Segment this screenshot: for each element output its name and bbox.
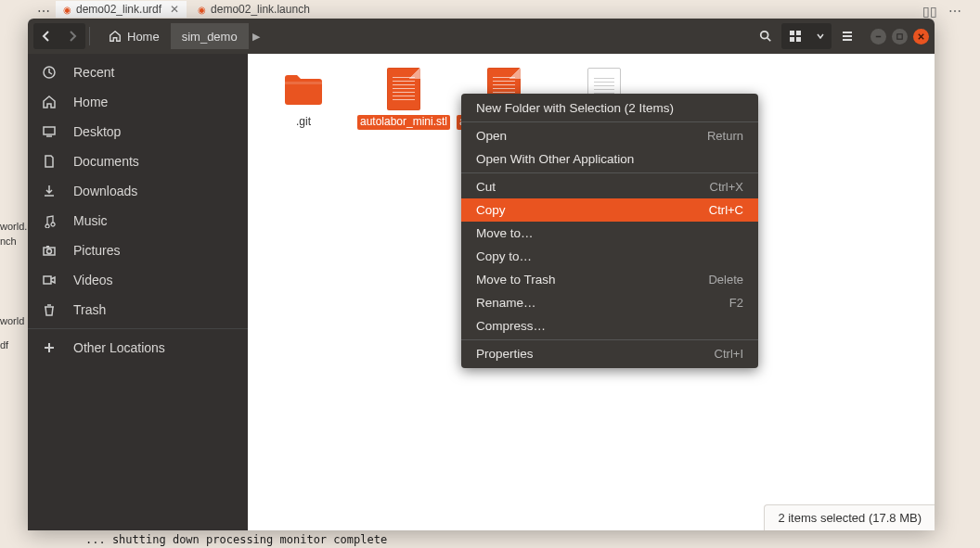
sidebar-item-recent[interactable]: Recent bbox=[28, 57, 248, 87]
svg-rect-4 bbox=[790, 37, 794, 42]
close-button[interactable] bbox=[913, 29, 929, 45]
sidebar-label: Downloads bbox=[73, 184, 137, 198]
ctx-properties[interactable]: PropertiesCtrl+I bbox=[461, 342, 758, 365]
context-menu: New Folder with Selection (2 Items) Open… bbox=[461, 94, 758, 368]
maximize-button[interactable] bbox=[892, 29, 908, 45]
sidebar-item-documents[interactable]: Documents bbox=[28, 147, 248, 176]
ctx-copy-to[interactable]: Copy to… bbox=[461, 245, 758, 268]
clock-icon bbox=[41, 65, 58, 80]
ctx-rename[interactable]: Rename…F2 bbox=[461, 291, 758, 314]
close-icon[interactable]: ✕ bbox=[170, 3, 179, 16]
download-icon bbox=[41, 184, 58, 198]
search-button[interactable] bbox=[752, 23, 780, 49]
search-icon bbox=[759, 30, 772, 43]
sidebar-label: Desktop bbox=[73, 124, 121, 139]
home-icon bbox=[41, 95, 58, 109]
forward-button[interactable] bbox=[59, 23, 85, 49]
grid-icon bbox=[789, 30, 802, 43]
sidebar-label: Home bbox=[73, 95, 108, 109]
view-buttons bbox=[781, 23, 832, 49]
ctx-open[interactable]: OpenReturn bbox=[461, 124, 758, 147]
sidebar-label: Pictures bbox=[73, 243, 121, 258]
dots-icon[interactable]: ⋯ bbox=[948, 4, 961, 19]
status-bar: 2 items selected (17.8 MB) bbox=[764, 504, 935, 530]
sidebar-label: Videos bbox=[73, 273, 113, 287]
sidebar-item-trash[interactable]: Trash bbox=[28, 295, 248, 325]
ctx-open-with[interactable]: Open With Other Application bbox=[461, 147, 758, 171]
ctx-move-trash[interactable]: Move to TrashDelete bbox=[461, 268, 758, 291]
file-item-autolabor-mini[interactable]: autolabor_mini.stl bbox=[367, 67, 441, 130]
svg-rect-10 bbox=[897, 33, 902, 38]
svg-rect-2 bbox=[790, 31, 794, 35]
sidebar-label: Other Locations bbox=[73, 340, 165, 355]
minimize-button[interactable] bbox=[870, 29, 886, 45]
sidebar-label: Documents bbox=[73, 154, 139, 169]
bg-partial-2: nch bbox=[0, 236, 17, 247]
bg-partial-1: world.l bbox=[0, 221, 30, 232]
sidebar-label: Music bbox=[73, 213, 108, 228]
nav-buttons bbox=[33, 23, 85, 49]
path-current-label: sim_demo bbox=[182, 30, 238, 44]
bg-tab-2[interactable]: ◉ demo02_link.launch bbox=[190, 1, 317, 18]
svg-rect-14 bbox=[44, 127, 55, 134]
sidebar-item-desktop[interactable]: Desktop bbox=[28, 117, 248, 147]
sidebar-item-home[interactable]: Home bbox=[28, 87, 248, 117]
file-item-git[interactable]: .git bbox=[266, 67, 341, 130]
editor-right-controls: ▯▯ ⋯ bbox=[922, 4, 961, 19]
ctx-cut[interactable]: CutCtrl+X bbox=[461, 175, 758, 198]
chevron-down-icon bbox=[817, 32, 824, 40]
bg-partial-3: world bbox=[0, 315, 24, 326]
music-icon bbox=[41, 213, 58, 228]
window-controls bbox=[870, 29, 929, 45]
document-icon bbox=[381, 67, 426, 111]
svg-point-17 bbox=[47, 249, 52, 254]
sidebar-item-music[interactable]: Music bbox=[28, 206, 248, 236]
titlebar: Home sim_demo ▶ bbox=[28, 19, 935, 54]
svg-rect-19 bbox=[44, 276, 51, 284]
trash-icon bbox=[41, 302, 58, 317]
sidebar: Recent Home Desktop Documents Downloads … bbox=[28, 54, 248, 530]
path-home-label: Home bbox=[127, 30, 160, 44]
file-label: .git bbox=[293, 115, 314, 130]
sidebar-label: Trash bbox=[73, 302, 106, 317]
chevron-right-icon: ▶ bbox=[249, 31, 264, 43]
bg-tab-1[interactable]: ◉ demo02_link.urdf ✕ bbox=[56, 1, 187, 18]
home-icon bbox=[109, 30, 122, 43]
path-bar: Home sim_demo ▶ bbox=[97, 23, 264, 49]
file-label: autolabor_mini.stl bbox=[357, 115, 450, 130]
sidebar-item-videos[interactable]: Videos bbox=[28, 265, 248, 295]
sidebar-item-pictures[interactable]: Pictures bbox=[28, 236, 248, 265]
folder-icon bbox=[281, 67, 326, 111]
desktop-icon bbox=[41, 124, 58, 139]
bg-tab1-label: demo02_link.urdf bbox=[76, 3, 161, 16]
svg-line-1 bbox=[767, 38, 771, 42]
document-icon bbox=[41, 154, 58, 169]
ctx-move-to[interactable]: Move to… bbox=[461, 222, 758, 245]
bg-tab2-label: demo02_link.launch bbox=[211, 3, 310, 16]
view-grid-button[interactable] bbox=[781, 23, 809, 49]
bg-partial-4: df bbox=[0, 339, 8, 350]
view-dropdown-button[interactable] bbox=[809, 23, 832, 49]
hamburger-button[interactable] bbox=[833, 23, 861, 49]
sidebar-item-downloads[interactable]: Downloads bbox=[28, 176, 248, 206]
sidebar-item-other-locations[interactable]: Other Locations bbox=[28, 333, 248, 363]
ctx-compress[interactable]: Compress… bbox=[461, 314, 758, 338]
video-icon bbox=[41, 273, 58, 287]
rss-icon: ◉ bbox=[63, 5, 71, 15]
sidebar-label: Recent bbox=[73, 65, 114, 80]
background-editor-tabs: ◉ demo02_link.urdf ✕ ◉ demo02_link.launc… bbox=[0, 0, 980, 19]
svg-rect-18 bbox=[46, 246, 49, 248]
status-text: 2 items selected (17.8 MB) bbox=[778, 511, 922, 525]
ctx-copy[interactable]: CopyCtrl+C bbox=[461, 198, 758, 222]
ctx-new-folder[interactable]: New Folder with Selection (2 Items) bbox=[461, 96, 758, 120]
back-button[interactable] bbox=[33, 23, 59, 49]
path-current[interactable]: sim_demo bbox=[171, 23, 249, 49]
svg-rect-5 bbox=[796, 37, 801, 42]
bg-terminal-text: ... shutting down processing monitor com… bbox=[85, 533, 387, 546]
hamburger-icon bbox=[841, 30, 854, 43]
camera-icon bbox=[41, 243, 58, 258]
svg-point-0 bbox=[761, 32, 768, 39]
plus-icon bbox=[41, 341, 58, 354]
path-home[interactable]: Home bbox=[97, 23, 171, 49]
book-icon[interactable]: ▯▯ bbox=[922, 4, 937, 19]
